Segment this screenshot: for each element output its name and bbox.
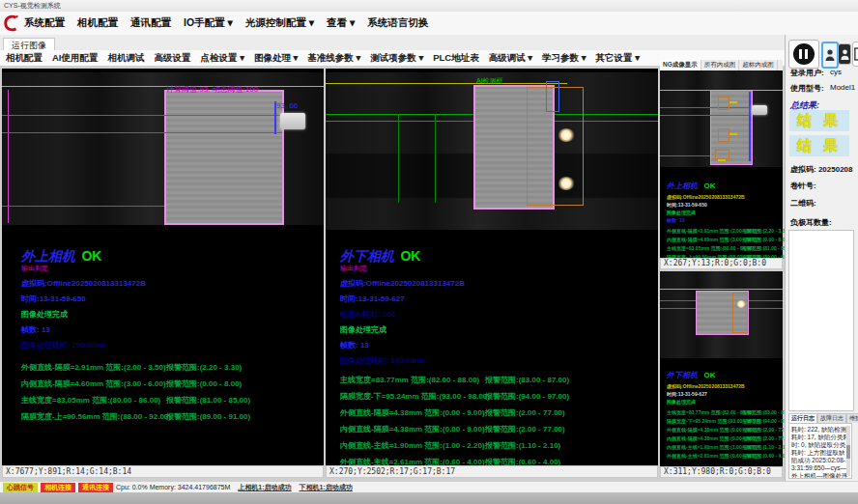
alarm-text: 报警范围:(0.00 - 8.00)	[742, 237, 789, 242]
operator-icon	[841, 48, 849, 61]
tool-advanced-debug[interactable]: 高级调试 ▾	[489, 52, 532, 65]
tool-camera-debug[interactable]: 相机调试	[108, 52, 145, 65]
pause-button[interactable]	[788, 40, 819, 69]
left-measure-row: 外侧直线-隔膜=2.91mm 范围:(2.00 - 3.50)报警范围:(2.2…	[21, 362, 321, 373]
tool-advanced-settings[interactable]: 高级设置	[155, 52, 191, 65]
left-coords-bar: X:7677;Y:891;R:14;G:14;B:14	[2, 465, 324, 478]
left-camera-view: 计算阈值:93, 动态阈值:100 93, 66 外上相机 OK 输出判定 虚拟…	[2, 69, 324, 465]
lower-camera-status: 下相机1:启动成功	[300, 483, 353, 492]
right-top-camera-image[interactable]	[660, 70, 783, 167]
right-top-camera-status: OK	[703, 182, 715, 190]
right-top-blue-marker	[749, 92, 751, 161]
tool-learning-params[interactable]: 学习参数 ▾	[542, 52, 586, 65]
menu-system-config[interactable]: 系统配置	[24, 16, 65, 30]
center-led-glow-1	[558, 128, 575, 142]
center-barcode: 虚拟码:Offline2025020813313472B	[340, 278, 654, 289]
center-measure-row: 内侧直线-主线=1.90mm 范围:(1.00 - 2.20)报警范围:(1.1…	[340, 440, 654, 451]
right-top-measure-row: 外侧直线-隔膜=2.91mm 范围:(2.00 - 3.50)报警范围:(2.2…	[667, 228, 781, 234]
result-box-upper: 结 果	[789, 110, 849, 131]
left-measure-row: 主线宽度=83.05mm 范围:(80.00 - 86.00)报警范围:(81.…	[21, 395, 321, 406]
center-ai-label: AI检测框	[476, 76, 503, 86]
window-title: CYS-视觉检测系统	[4, 2, 61, 9]
center-camera-image[interactable]: AI检测框	[326, 72, 658, 230]
right-top-camera-view: 外上相机 OK 虚拟码:Offline2025020813313472B 时间:…	[660, 70, 783, 258]
pause-icon	[793, 43, 815, 65]
measure-text: 主线宽度=83.77mm 范围:(82.00 - 88.00)	[340, 375, 485, 385]
right-top-detect-box-3	[715, 150, 729, 159]
exit-button[interactable]	[852, 42, 858, 67]
log-tab-run[interactable]: 运行日志	[788, 413, 817, 423]
log-tab-maintenance[interactable]: 维护日志	[846, 413, 858, 423]
cpu-memory-status: Cpu: 0.0% Memory: 3424.41796875M	[116, 484, 230, 490]
measure-text: 外侧直线-主线=2.61mm 范围:(0.60 - 4.00)	[667, 453, 742, 459]
tool-ai-config[interactable]: AI使用配置	[52, 52, 99, 65]
tool-test-params[interactable]: 测试项参数 ▾	[370, 52, 423, 65]
left-camera-title: 外上相机	[21, 248, 75, 264]
rtab-ng-display[interactable]: NG成像显示	[660, 60, 701, 70]
center-measure-row: 外侧直线-隔膜=4.38mm 范围:(0.00 - 9.00)报警范围:(2.0…	[340, 407, 654, 418]
window-titlebar: CYS-视觉检测系统	[0, 0, 858, 12]
tab-count-label: 负极耳数量:	[790, 217, 832, 228]
alarm-text: 报警范围:(1.10 - 2.10)	[485, 440, 560, 451]
operator-button[interactable]	[838, 43, 851, 65]
alarm-text: 报警范围:(0.60 - 4.00)	[742, 453, 789, 459]
right-top-connector-part	[752, 105, 767, 115]
menu-io-config[interactable]: IO手配置 ▾	[184, 16, 233, 30]
center-elapsed: 图像处理耗时: 143.00ms	[340, 355, 654, 366]
right-top-detect-box-1	[718, 97, 729, 110]
left-measure-row: 内侧直线-隔膜=4.60mm 范围:(3.00 - 6.00)报警范围:(0.0…	[21, 378, 321, 389]
alarm-text: 报警范围:(1.10 - 2.10)	[742, 444, 789, 450]
menu-view[interactable]: 查看 ▾	[327, 16, 355, 30]
log-scrollbar[interactable]	[846, 426, 850, 476]
left-measure-row: 隔膜宽度-上=90.56mm 范围:(88.00 - 92.00)报警范围:(8…	[21, 411, 321, 422]
tool-camera-config[interactable]: 相机配置	[6, 52, 43, 65]
result-box-lower: 结 果	[789, 135, 849, 156]
needle-number-label: 卷针号:	[790, 181, 816, 191]
center-camera-title: 外下相机	[340, 248, 394, 264]
left-info-block: 外上相机 OK 输出判定 虚拟码:Offline2025020813313472…	[21, 247, 321, 422]
log-tab-fault[interactable]: 故障日志	[817, 413, 846, 423]
right-bottom-led-glow	[736, 300, 746, 308]
measure-text: 外侧直线-隔膜=2.91mm 范围:(2.00 - 3.50)	[21, 362, 166, 373]
left-camera-status: OK	[81, 248, 101, 264]
center-frames: 帧数: 13	[340, 340, 654, 350]
heartbeat-badge: 心跳信号	[3, 483, 38, 492]
right-bottom-measure-row: 隔膜宽度-下=95.24mm 范围:(93.00 - 98.00)报警范围:(9…	[667, 418, 781, 424]
tool-spot-check[interactable]: 点检设置 ▾	[201, 52, 244, 65]
right-top-measure-row: 内侧直线-隔膜=4.60mm 范围:(3.00 - 6.00)报警范围:(0.0…	[667, 237, 781, 242]
center-camera-status: OK	[400, 248, 420, 264]
camera-connection-badge: 相机连接	[41, 483, 75, 492]
center-camera-view: AI检测框 外下相机 OK 输出判定 虚拟码:Offline2025020813…	[326, 69, 658, 465]
right-top-barcode: 虚拟码:Offline2025020813313472B	[667, 194, 781, 200]
alarm-text: 报警范围:(83.00 - 87.00)	[485, 375, 569, 385]
user-login-button[interactable]	[821, 42, 839, 69]
left-camera-image[interactable]: 计算阈值:93, 动态阈值:100 93, 66	[2, 72, 324, 225]
menu-language-switch[interactable]: 系统语言切换	[367, 16, 428, 30]
left-elapsed: 图像处理耗时: 298.00ms	[21, 340, 321, 350]
rtab-over-limit[interactable]: 超标内成图	[739, 60, 778, 70]
center-led-glow-2	[558, 177, 575, 190]
left-green-line-1	[2, 115, 282, 116]
measure-text: 主线宽度=83.77mm 范围:(82.00 - 88.00)	[667, 409, 742, 415]
right-bottom-camera-image[interactable]	[660, 271, 783, 358]
menu-comm-config[interactable]: 通讯配置	[130, 16, 171, 30]
barcode-value-label: 虚拟码: 20250208	[790, 164, 852, 175]
tool-other-settings[interactable]: 其它设置 ▾	[596, 52, 640, 65]
result-list[interactable]	[788, 230, 854, 411]
menu-bar: 系统配置 相机配置 通讯配置 IO手配置 ▾ 光源控制配置 ▾ 查看 ▾ 系统语…	[0, 12, 858, 36]
measure-text: 外侧直线-隔膜=4.38mm 范围:(0.00 - 9.00)	[340, 407, 485, 418]
right-bottom-time: 时间:13-31-59-627	[667, 391, 781, 397]
measure-text: 外侧直线-隔膜=4.38mm 范围:(0.00 - 9.00)	[667, 427, 742, 433]
tool-baseline-params[interactable]: 基准线参数 ▾	[307, 52, 360, 65]
measure-text: 内侧直线-主线=1.90mm 范围:(1.00 - 2.20)	[340, 440, 485, 451]
measure-text: 外侧直线-隔膜=2.91mm 范围:(2.00 - 3.50)	[667, 228, 742, 234]
center-done: 图像处理完成	[340, 324, 654, 335]
tool-image-processing[interactable]: 图像处理 ▾	[254, 52, 298, 65]
menu-camera-config[interactable]: 相机配置	[77, 16, 118, 30]
rtab-all-images[interactable]: 所有内成图	[701, 60, 740, 70]
user-icon	[825, 48, 835, 62]
log-textarea[interactable]: 耗时: 222, 缺陷检测耗时: 17, 缺陷分类耗时: 0, 缺陷提取分类耗时…	[788, 423, 852, 479]
right-bottom-detect-box	[732, 293, 748, 333]
tool-plc-address[interactable]: PLC地址表	[433, 52, 479, 65]
menu-light-config[interactable]: 光源控制配置 ▾	[245, 16, 314, 30]
